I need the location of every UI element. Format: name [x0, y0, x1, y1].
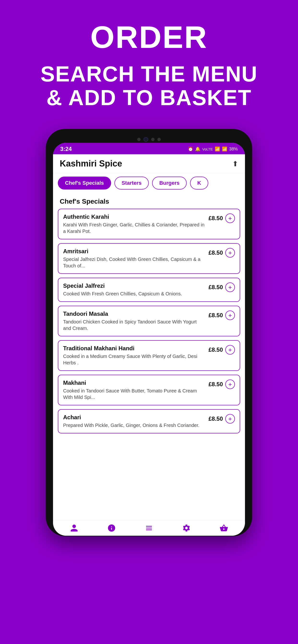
tab-k[interactable]: K: [190, 176, 208, 190]
item-price-5: £8.50: [209, 381, 223, 388]
wifi-icon: 📶: [215, 146, 220, 152]
section-title: Chef's Specials: [58, 195, 240, 209]
menu-item: Special Jalfrezi Cooked With Fresh Green…: [58, 278, 240, 302]
item-price-4: £8.50: [209, 346, 223, 353]
item-price-1: £8.50: [209, 250, 223, 256]
item-info-0: Authentic Karahi Karahi With Fresh Ginge…: [63, 214, 209, 234]
item-right-2: £8.50 +: [209, 282, 235, 292]
menu-item: Makhani Cooked in Tandoori Sauce With Bu…: [58, 375, 240, 406]
item-info-1: Amritsari Special Jalfrezi Dish, Cooked …: [63, 248, 209, 269]
item-name-3: Tandoori Masala: [63, 310, 205, 317]
battery-label: 38%: [229, 146, 238, 152]
phone-camera-bar: [53, 136, 245, 143]
menu-item: Traditional Makhani Handi Cooked in a Me…: [58, 340, 240, 371]
add-to-basket-button-0[interactable]: +: [225, 214, 235, 223]
app-title: Kashmiri Spice: [60, 158, 122, 169]
bottom-navigation: [53, 520, 245, 536]
status-bar: 3:24 ⏰ 🔔 VoLTE 📶 📶 38%: [53, 143, 245, 154]
item-name-0: Authentic Karahi: [63, 214, 205, 220]
volume-icon: 🔔: [195, 146, 200, 152]
phone-screen: 3:24 ⏰ 🔔 VoLTE 📶 📶 38% Kashmiri Spice ⬆ …: [53, 143, 245, 536]
phone-mockup: 3:24 ⏰ 🔔 VoLTE 📶 📶 38% Kashmiri Spice ⬆ …: [46, 129, 252, 536]
add-to-basket-button-6[interactable]: +: [225, 414, 235, 424]
item-name-5: Makhani: [63, 380, 205, 386]
menu-content: Chef's Specials Authentic Karahi Karahi …: [53, 193, 245, 520]
tab-starters[interactable]: Starters: [114, 176, 149, 190]
item-right-4: £8.50 +: [209, 345, 235, 354]
nav-info-icon[interactable]: [107, 524, 116, 532]
item-info-5: Makhani Cooked in Tandoori Sauce With Bu…: [63, 380, 209, 400]
signal-icon: 📶: [222, 146, 227, 152]
alarm-icon: ⏰: [188, 146, 193, 152]
item-desc-2: Cooked With Fresh Green Chillies, Capsic…: [63, 290, 205, 297]
tab-burgers[interactable]: Burgers: [152, 176, 187, 190]
add-to-basket-button-5[interactable]: +: [225, 380, 235, 389]
item-name-4: Traditional Makhani Handi: [63, 345, 205, 352]
status-icons: ⏰ 🔔 VoLTE 📶 📶 38%: [188, 146, 238, 152]
camera-dot-3: [158, 138, 161, 141]
item-info-3: Tandoori Masala Tandoori Chicken Cooked …: [63, 310, 209, 332]
item-price-6: £8.50: [209, 416, 223, 422]
page-hero-subtitle: SEARCH THE MENU& ADD TO BASKET: [40, 62, 257, 110]
tab-chefs-specials[interactable]: Chef's Specials: [58, 176, 111, 190]
item-desc-3: Tandoori Chicken Cooked in Spicy Tandoor…: [63, 319, 205, 332]
camera-lens: [143, 137, 148, 142]
item-right-0: £8.50 +: [209, 214, 235, 223]
nav-menu-icon[interactable]: [145, 524, 153, 532]
add-to-basket-button-3[interactable]: +: [225, 310, 235, 320]
add-to-basket-button-2[interactable]: +: [225, 282, 235, 292]
item-desc-1: Special Jalfrezi Dish, Cooked With Green…: [63, 256, 205, 269]
item-right-5: £8.50 +: [209, 380, 235, 389]
menu-item: Achari Prepared With Pickle, Garlic, Gin…: [58, 409, 240, 434]
menu-item: Authentic Karahi Karahi With Fresh Ginge…: [58, 209, 240, 239]
page-hero-title: ORDER: [90, 19, 208, 55]
category-tabs: Chef's Specials Starters Burgers K: [53, 173, 245, 193]
item-right-3: £8.50 +: [209, 310, 235, 320]
camera-dot-2: [151, 138, 155, 141]
nav-basket-icon[interactable]: [220, 524, 228, 532]
item-info-6: Achari Prepared With Pickle, Garlic, Gin…: [63, 414, 209, 428]
item-name-1: Amritsari: [63, 248, 205, 255]
menu-item: Amritsari Special Jalfrezi Dish, Cooked …: [58, 243, 240, 274]
add-to-basket-button-1[interactable]: +: [225, 248, 235, 258]
item-desc-5: Cooked in Tandoori Sauce With Butter, To…: [63, 388, 205, 400]
menu-item: Tandoori Masala Tandoori Chicken Cooked …: [58, 306, 240, 336]
camera-dot-1: [137, 138, 140, 141]
item-price-3: £8.50: [209, 312, 223, 319]
app-header: Kashmiri Spice ⬆: [53, 154, 245, 173]
volte-label: VoLTE: [202, 147, 213, 151]
item-name-2: Special Jalfrezi: [63, 282, 205, 289]
nav-account-icon[interactable]: [70, 524, 78, 532]
item-desc-4: Cooked in a Medium Creamy Sauce With Ple…: [63, 353, 205, 366]
item-desc-0: Karahi With Fresh Ginger, Garlic, Chilli…: [63, 222, 205, 234]
item-name-6: Achari: [63, 414, 205, 421]
item-price-0: £8.50: [209, 215, 223, 222]
item-right-6: £8.50 +: [209, 414, 235, 424]
item-price-2: £8.50: [209, 284, 223, 290]
item-right-1: £8.50 +: [209, 248, 235, 258]
menu-items-list: Authentic Karahi Karahi With Fresh Ginge…: [58, 209, 240, 434]
item-info-2: Special Jalfrezi Cooked With Fresh Green…: [63, 282, 209, 297]
nav-settings-icon[interactable]: [182, 524, 191, 532]
item-info-4: Traditional Makhani Handi Cooked in a Me…: [63, 345, 209, 366]
add-to-basket-button-4[interactable]: +: [225, 345, 235, 354]
status-time: 3:24: [60, 146, 72, 152]
share-icon[interactable]: ⬆: [232, 160, 238, 168]
item-desc-6: Prepared With Pickle, Garlic, Ginger, On…: [63, 422, 205, 428]
